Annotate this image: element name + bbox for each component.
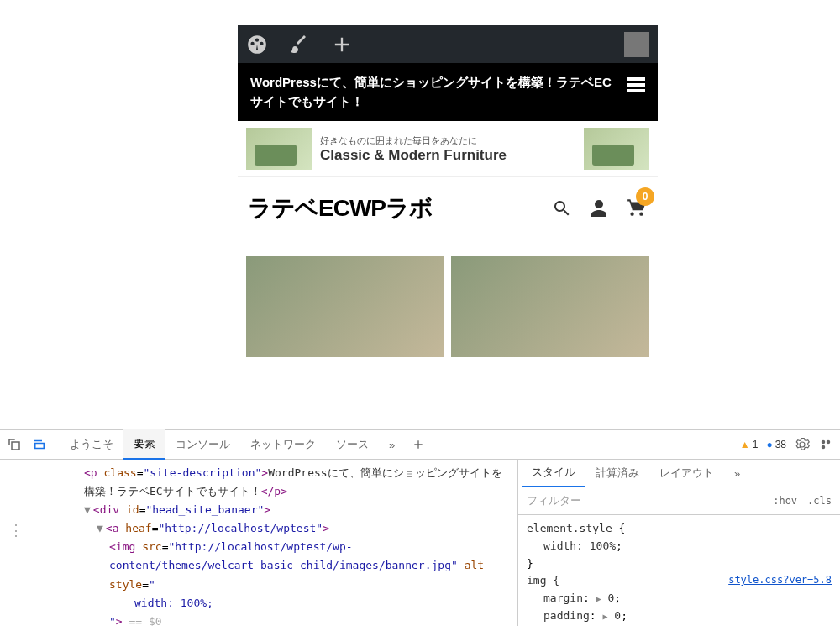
svg-point-0 [822, 440, 826, 445]
cart-button[interactable]: 0 [626, 196, 648, 221]
tab-elements[interactable]: 要素 [123, 429, 165, 460]
svg-point-1 [827, 440, 831, 445]
tab-network[interactable]: ネットワーク [240, 430, 326, 459]
search-icon[interactable] [552, 198, 572, 218]
customize-icon[interactable] [289, 34, 309, 55]
styles-tab-computed[interactable]: 計算済み [585, 460, 649, 487]
cls-toggle[interactable]: .cls [807, 495, 832, 507]
elements-tree[interactable]: <p class="site-description">WordPressにて、… [0, 460, 517, 626]
hamburger-menu-icon[interactable] [627, 75, 645, 95]
mobile-preview: WordPressにて、簡単にショッピングサイトを構築！ラテベECサイトでもサイ… [238, 25, 658, 429]
add-tab-icon[interactable] [412, 438, 425, 451]
banner-image-left [246, 128, 312, 170]
tagline-text: WordPressにて、簡単にショッピングサイトを構築！ラテベECサイトでもサイ… [250, 73, 618, 111]
inspect-icon[interactable] [7, 437, 22, 452]
devtools-panel: ようこそ 要素 コンソール ネットワーク ソース » ▲1 ●38 <p cla… [0, 429, 840, 626]
styles-tab-layout[interactable]: レイアウト [649, 460, 724, 487]
hov-toggle[interactable]: :hov [773, 495, 797, 507]
dashboard-icon[interactable] [246, 34, 268, 55]
styles-tab-style[interactable]: スタイル [522, 459, 585, 487]
device-toggle-icon[interactable] [32, 437, 47, 452]
site-title[interactable]: ラテベECWPラボ [248, 192, 433, 224]
site-banner[interactable]: 好きなものに囲まれた毎日をあなたに Classic & Modern Furni… [238, 121, 658, 177]
tab-console[interactable]: コンソール [165, 430, 240, 459]
cart-count-badge: 0 [636, 187, 654, 206]
styles-filter-input[interactable]: フィルター [527, 493, 763, 508]
banner-title: Classic & Modern Furniture [320, 147, 575, 164]
banner-subtitle: 好きなものに囲まれた毎日をあなたに [320, 134, 575, 147]
stylesheet-link[interactable]: style.css?ver=5.8 [728, 572, 832, 588]
banner-image-right [584, 128, 649, 170]
user-icon[interactable] [589, 198, 609, 218]
svg-point-2 [822, 445, 826, 450]
dock-icon[interactable] [818, 437, 833, 452]
wp-admin-bar [238, 25, 658, 63]
styles-panel: スタイル 計算済み レイアウト » フィルター :hov .cls elemen… [517, 460, 840, 626]
tree-dots: ⋮ [8, 521, 25, 539]
tagline-bar: WordPressにて、簡単にショッピングサイトを構築！ラテベECサイトでもサイ… [238, 63, 658, 121]
styles-rules[interactable]: element.style { width: 100%; } img {styl… [518, 515, 840, 626]
devtools-tabs: ようこそ 要素 コンソール ネットワーク ソース » ▲1 ●38 [0, 430, 840, 460]
content-image-row [238, 256, 658, 357]
tab-sources[interactable]: ソース [326, 430, 379, 459]
user-avatar[interactable] [624, 32, 649, 57]
tab-more[interactable]: » [379, 432, 405, 458]
errors-badge[interactable]: ●38 [766, 439, 786, 450]
warnings-badge[interactable]: ▲1 [740, 439, 759, 450]
site-header: ラテベECWPラボ 0 [238, 177, 658, 239]
tab-welcome[interactable]: ようこそ [60, 430, 123, 459]
add-icon[interactable] [330, 33, 354, 56]
styles-tab-more[interactable]: » [724, 461, 750, 486]
settings-gear-icon[interactable] [795, 437, 810, 452]
